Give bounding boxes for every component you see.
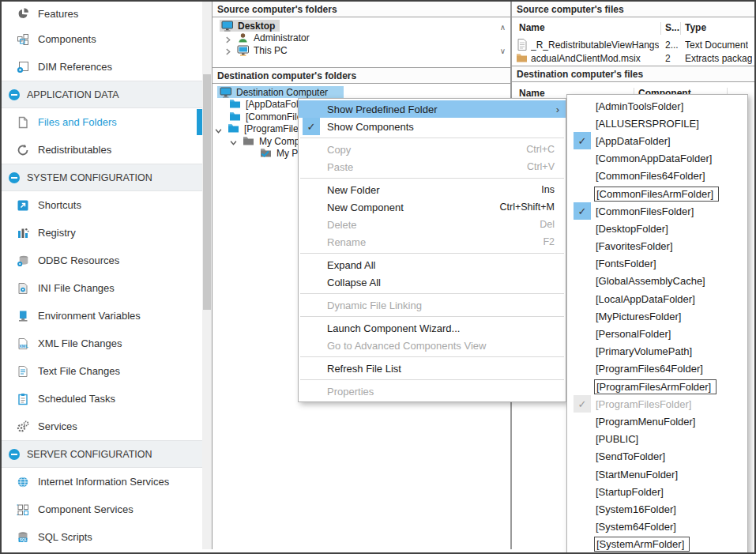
text-file-changes-icon xyxy=(16,364,29,378)
menu-item-refresh-file-list[interactable]: Refresh File List xyxy=(299,360,566,377)
column-size[interactable]: S... xyxy=(665,22,679,33)
submenu-item-commonappdatafolder[interactable]: [CommonAppDataFolder] xyxy=(567,150,747,168)
shortcuts-icon xyxy=(16,198,29,212)
tree-item-label: Administrator xyxy=(254,32,310,43)
submenu-item-systemarmfolder[interactable]: [SystemArmFolder] xyxy=(567,536,747,553)
sidebar-item-shortcuts[interactable]: Shortcuts xyxy=(2,191,202,219)
sidebar-item-sql-scripts[interactable]: SQL SQL Scripts xyxy=(2,523,202,551)
chevron-down-icon[interactable] xyxy=(230,138,237,145)
sidebar-item-scheduled-tasks[interactable]: Scheduled Tasks xyxy=(2,385,202,413)
menu-item-launch-component-wizard[interactable]: Launch Component Wizard... xyxy=(299,319,566,337)
submenu-item-localappdatafolder[interactable]: [LocalAppDataFolder] xyxy=(567,290,747,307)
submenu-item-commonfilesarmfolder[interactable]: [CommonFilesArmFolder] xyxy=(567,185,747,202)
submenu-item-mypicturesfolder[interactable]: [MyPicturesFolder] xyxy=(567,307,747,325)
sidebar-item-dim-references[interactable]: DIM References xyxy=(2,53,202,81)
menu-shortcut: F2 xyxy=(543,236,555,247)
submenu-item-fontsfolder[interactable]: [FontsFolder] xyxy=(567,255,747,273)
column-name[interactable]: Name xyxy=(519,88,545,99)
submenu-item-programfilesfolder[interactable]: ✓[ProgramFilesFolder] xyxy=(567,395,747,413)
submenu-item-system64folder[interactable]: [System64Folder] xyxy=(567,518,747,536)
source-folders-tree: Desktop ∧ Administrator This PC ∨ xyxy=(213,17,510,68)
sidebar-item-text-file-changes[interactable]: Text File Changes xyxy=(2,357,202,385)
sidebar-item-label: Shortcuts xyxy=(38,199,81,211)
submenu-item-system16folder[interactable]: [System16Folder] xyxy=(567,500,747,518)
submenu-item-allusersprofile[interactable]: [ALLUSERSPROFILE] xyxy=(567,115,747,132)
sidebar-item-component-services[interactable]: Component Services xyxy=(2,496,202,523)
scroll-down-icon[interactable]: ∨ xyxy=(500,47,506,55)
redistributables-icon xyxy=(16,143,29,156)
column-divider[interactable] xyxy=(660,22,661,35)
sidebar-item-components[interactable]: Components xyxy=(2,25,202,53)
column-type[interactable]: Type xyxy=(685,22,706,33)
submenu-item-startupfolder[interactable]: [StartupFolder] xyxy=(567,483,747,500)
submenu-item-sendtofolder[interactable]: [SendToFolder] xyxy=(567,448,747,465)
sidebar-item-label: Registry xyxy=(38,227,76,239)
submenu-item-startmenufolder[interactable]: [StartMenuFolder] xyxy=(567,465,747,483)
checkmark-icon: ✓ xyxy=(303,118,320,135)
chevron-right-icon[interactable] xyxy=(224,47,231,54)
sidebar-scrollbar-thumb[interactable] xyxy=(203,74,211,310)
submenu-item-appdatafolder[interactable]: ✓[AppDataFolder] xyxy=(567,132,747,149)
components-icon xyxy=(16,32,29,46)
submenu-item-commonfilesfolder[interactable]: ✓[CommonFilesFolder] xyxy=(567,202,747,220)
sidebar-item-services[interactable]: Services xyxy=(2,413,202,440)
sidebar-item-redistributables[interactable]: Redistributables xyxy=(2,136,202,164)
sidebar-item-ini-file-changes[interactable]: INI File Changes xyxy=(2,274,202,302)
sidebar-item-label: XML File Changes xyxy=(38,337,122,349)
menu-item-collapse-all[interactable]: Collapse All xyxy=(299,273,566,291)
chevron-right-icon[interactable] xyxy=(224,35,231,42)
sidebar-scrollbar[interactable] xyxy=(202,2,212,549)
column-name[interactable]: Name xyxy=(519,22,545,33)
sidebar-item-registry[interactable]: Registry xyxy=(2,219,202,247)
collapse-section-icon[interactable] xyxy=(9,449,20,460)
submenu-item-personalfolder[interactable]: [PersonalFolder] xyxy=(567,325,747,342)
sidebar-section-application-data[interactable]: APPLICATION DATA xyxy=(2,81,202,108)
menu-item-new-component[interactable]: New Component Ctrl+Shift+M xyxy=(299,198,566,216)
predefined-folder-submenu: [AdminToolsFolder] [ALLUSERSPROFILE] ✓[A… xyxy=(566,94,748,554)
sidebar-item-odbc-resources[interactable]: ODBC Resources xyxy=(2,247,202,274)
tree-item-desktop[interactable]: Desktop ∧ xyxy=(213,20,510,32)
sidebar-item-environment-variables[interactable]: Environment Variables xyxy=(2,302,202,330)
menu-item-show-predefined-folder[interactable]: Show Predefined Folder › xyxy=(299,100,566,118)
collapse-section-icon[interactable] xyxy=(9,172,20,183)
file-row[interactable]: _R_RedistributableViewHangs... 2... Text… xyxy=(512,38,756,51)
sidebar-section-server-configuration[interactable]: SERVER CONFIGURATION xyxy=(2,440,202,468)
menu-item-delete[interactable]: Delete Del xyxy=(299,216,566,233)
menu-item-expand-all[interactable]: Expand All xyxy=(299,256,566,273)
menu-item-dynamic-file-linking[interactable]: Dynamic File Linking xyxy=(299,296,566,314)
sidebar-item-internet-information-services[interactable]: Internet Information Services xyxy=(2,468,202,496)
chevron-down-icon[interactable] xyxy=(215,126,222,133)
submenu-item-primaryvolumepath[interactable]: [PrimaryVolumePath] xyxy=(567,343,747,360)
menu-item-copy[interactable]: Copy Ctrl+C xyxy=(299,141,566,158)
submenu-item-admintoolsfolder[interactable]: [AdminToolsFolder] xyxy=(567,97,747,115)
computer-icon xyxy=(220,87,232,98)
submenu-item-desktopfolder[interactable]: [DesktopFolder] xyxy=(567,220,747,237)
submenu-item-programfilesarmfolder[interactable]: [ProgramFilesArmFolder] xyxy=(567,378,747,395)
sidebar-item-files-and-folders[interactable]: Files and Folders xyxy=(2,108,202,136)
desktop-icon xyxy=(221,21,234,32)
menu-item-show-components[interactable]: ✓ Show Components xyxy=(299,118,566,135)
tree-item-destination-computer[interactable]: Destination Computer xyxy=(213,86,510,99)
sidebar-item-xml-file-changes[interactable]: XML XML File Changes xyxy=(2,330,202,357)
menu-item-properties[interactable]: Properties xyxy=(299,383,566,400)
menu-item-go-to-advanced-components-view[interactable]: Go to Advanced Components View xyxy=(299,337,566,354)
sidebar-item-features[interactable]: Features xyxy=(2,2,202,25)
submenu-item-programfiles64folder[interactable]: [ProgramFiles64Folder] xyxy=(567,360,747,378)
sidebar-section-system-configuration[interactable]: SYSTEM CONFIGURATION xyxy=(2,164,202,191)
file-row[interactable]: acdualAndClientMod.msix 2 Extracts packa… xyxy=(512,51,756,65)
menu-item-new-folder[interactable]: New Folder Ins xyxy=(299,181,566,198)
submenu-item-commonfiles64folder[interactable]: [CommonFiles64Folder] xyxy=(567,168,747,185)
submenu-item-favoritesfolder[interactable]: [FavoritesFolder] xyxy=(567,238,747,255)
scroll-up-icon[interactable]: ∧ xyxy=(500,23,506,32)
submenu-item-globalassemblycache[interactable]: [GlobalAssemblyCache] xyxy=(567,273,747,290)
sidebar-item-label: Environment Variables xyxy=(38,310,141,322)
menu-item-rename[interactable]: Rename F2 xyxy=(299,233,566,251)
tree-item-administrator[interactable]: Administrator xyxy=(213,32,510,45)
selected-item-indicator xyxy=(197,109,202,135)
column-divider[interactable] xyxy=(680,22,681,35)
submenu-item-programmenufolder[interactable]: [ProgramMenuFolder] xyxy=(567,413,747,430)
tree-item-this-pc[interactable]: This PC ∨ xyxy=(213,44,510,57)
submenu-item-public[interactable]: [PUBLIC] xyxy=(567,431,747,448)
collapse-section-icon[interactable] xyxy=(9,89,20,100)
menu-item-paste[interactable]: Paste Ctrl+V xyxy=(299,158,566,175)
